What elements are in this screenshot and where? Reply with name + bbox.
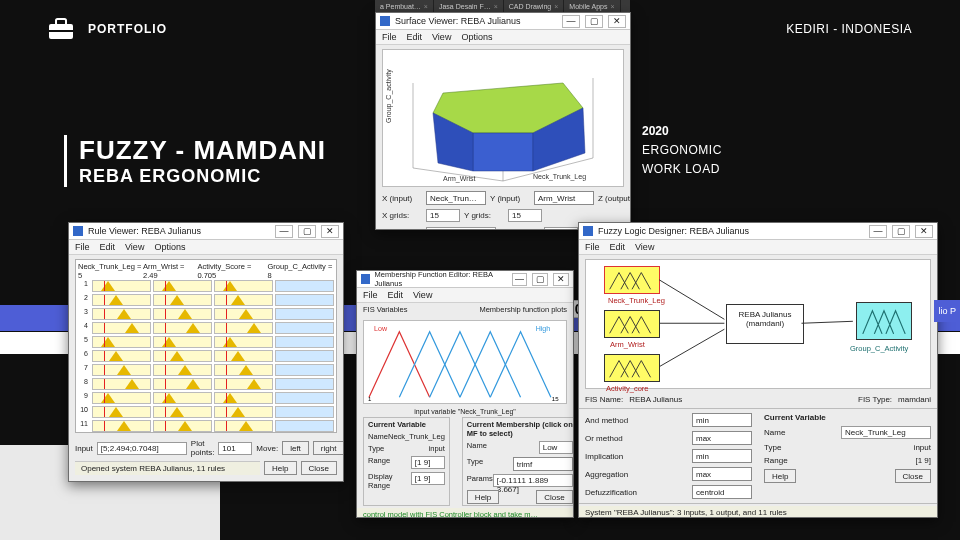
svg-line-11 xyxy=(659,329,724,367)
menu-view[interactable]: View xyxy=(432,32,451,42)
rule-cell xyxy=(153,392,212,404)
help-button[interactable]: Help xyxy=(467,490,499,504)
maximize-button[interactable]: ▢ xyxy=(298,225,316,238)
close-button2[interactable]: Close xyxy=(536,490,572,504)
bg-badge-right: lio P xyxy=(934,300,960,322)
maximize-button[interactable]: ▢ xyxy=(585,15,603,28)
close-button2[interactable]: Close xyxy=(895,469,931,483)
tab-close-icon[interactable]: × xyxy=(610,3,614,10)
ygrids-field[interactable]: 15 xyxy=(508,209,542,222)
help-button[interactable]: Help xyxy=(264,461,296,475)
rule-cell xyxy=(153,420,212,432)
minimize-button[interactable]: — xyxy=(869,225,887,238)
input-field[interactable]: [5;2.494;0.7048] xyxy=(97,442,187,455)
menu-edit[interactable]: Edit xyxy=(100,242,116,252)
def-select[interactable]: centroid xyxy=(692,485,752,499)
xgrids-field[interactable]: 15 xyxy=(426,209,460,222)
rule-grid[interactable]: Neck_Trunk_Leg = 5 Arm_Wrist = 2.49 Acti… xyxy=(75,259,337,433)
window-title: Fuzzy Logic Designer: REBA Julianus xyxy=(598,226,749,236)
rule-cell xyxy=(153,280,212,292)
agg-select[interactable]: max xyxy=(692,467,752,481)
tab-item[interactable]: CAD Drawing× xyxy=(504,0,565,12)
menu-edit[interactable]: Edit xyxy=(388,290,404,300)
close-button[interactable]: ✕ xyxy=(321,225,339,238)
fis-designer-window: Fuzzy Logic Designer: REBA Julianus — ▢ … xyxy=(578,222,938,518)
k: Type xyxy=(368,444,384,453)
minimize-button[interactable]: — xyxy=(562,15,580,28)
close-button[interactable]: ✕ xyxy=(915,225,933,238)
mfname-field[interactable]: Low xyxy=(539,441,573,454)
menu-options[interactable]: Options xyxy=(154,242,185,252)
menu-view[interactable]: View xyxy=(635,242,654,252)
minimize-button[interactable]: — xyxy=(512,273,528,286)
k: Name xyxy=(467,441,487,454)
or-select[interactable]: max xyxy=(692,431,752,445)
minimize-button[interactable]: — xyxy=(275,225,293,238)
mftype-select[interactable]: trimf xyxy=(513,457,573,471)
menu-options[interactable]: Options xyxy=(461,32,492,42)
rule-cell xyxy=(92,406,151,418)
surface-plot[interactable]: Group_C_activity Arm_Wrist Neck_Trunk_Le… xyxy=(382,49,624,187)
xinput-select[interactable]: Neck_Trun… xyxy=(426,191,486,205)
tab-item[interactable]: Mobile Apps× xyxy=(564,0,620,12)
rule-cell xyxy=(214,322,273,334)
tab-item[interactable]: a Pembuat…× xyxy=(375,0,434,12)
menu-file[interactable]: File xyxy=(585,242,600,252)
svg-text:1: 1 xyxy=(368,396,372,402)
plotpoints-field[interactable]: 101 xyxy=(544,227,578,231)
rule-cell xyxy=(92,378,151,390)
mfparams-field[interactable]: [-0.1111 1.889 3.667] xyxy=(493,474,573,487)
menu-view[interactable]: View xyxy=(413,290,432,300)
rule-viewer-window: Rule Viewer: REBA Julianus — ▢ ✕ File Ed… xyxy=(68,222,344,482)
and-select[interactable]: min xyxy=(692,413,752,427)
tab-item[interactable]: Jasa Desain F…× xyxy=(434,0,504,12)
col-label: Arm_Wrist = 2.49 xyxy=(143,262,197,280)
title-block: FUZZY - MAMDANI REBA ERGONOMIC xyxy=(64,135,326,187)
rule-cell xyxy=(275,406,334,418)
tab-close-icon[interactable]: × xyxy=(494,3,498,10)
close-button[interactable]: ✕ xyxy=(608,15,626,28)
current-mf-panel: Current Membership (click on MF to selec… xyxy=(462,417,574,506)
imp-select[interactable]: min xyxy=(692,449,752,463)
menu-file[interactable]: File xyxy=(363,290,378,300)
menu-file[interactable]: File xyxy=(382,32,397,42)
titlebar[interactable]: Rule Viewer: REBA Julianus — ▢ ✕ xyxy=(69,223,343,240)
rule-cell xyxy=(153,336,212,348)
menu-edit[interactable]: Edit xyxy=(407,32,423,42)
move-right-button[interactable]: right xyxy=(313,441,344,455)
maximize-button[interactable]: ▢ xyxy=(892,225,910,238)
or-label: Or method xyxy=(585,434,623,443)
fisname-value: REBA Julianus xyxy=(629,395,719,404)
tab-label: a Pembuat… xyxy=(380,3,421,10)
move-label: Move: xyxy=(256,444,278,453)
help-button[interactable]: Help xyxy=(764,469,796,483)
tab-close-icon[interactable]: × xyxy=(424,3,428,10)
disprange-field[interactable]: [1 9] xyxy=(411,472,445,485)
titlebar[interactable]: Fuzzy Logic Designer: REBA Julianus — ▢ … xyxy=(579,223,937,240)
row-number: 5 xyxy=(78,336,88,350)
menu-view[interactable]: View xyxy=(125,242,144,252)
mf-legend-low: Low xyxy=(374,325,388,332)
move-left-button[interactable]: left xyxy=(282,441,309,455)
yinput-select[interactable]: Arm_Wrist xyxy=(534,191,594,205)
menu-file[interactable]: File xyxy=(75,242,90,252)
plotpoints-field[interactable]: 101 xyxy=(218,442,252,455)
browser-tabstrip: a Pembuat…× Jasa Desain F…× CAD Drawing×… xyxy=(375,0,630,12)
close-button2[interactable]: Close xyxy=(301,461,337,475)
titlebar[interactable]: Membership Function Editor: REBA Julianu… xyxy=(357,271,573,288)
designer-canvas[interactable]: Neck_Trunk_Leg Arm_Wrist Activity_core R… xyxy=(585,259,931,389)
mf-plot[interactable]: Low High 115 xyxy=(363,320,567,404)
tab-close-icon[interactable]: × xyxy=(554,3,558,10)
menu-edit[interactable]: Edit xyxy=(610,242,626,252)
titlebar[interactable]: Surface Viewer: REBA Julianus — ▢ ✕ xyxy=(376,13,630,30)
curname-field[interactable]: Neck_Trunk_Leg xyxy=(841,426,931,439)
refinput-field[interactable]: [NaN NaN 0.5] xyxy=(426,227,496,231)
curtype-label: Type xyxy=(764,443,781,452)
maximize-button[interactable]: ▢ xyxy=(532,273,548,286)
imp-label: Implication xyxy=(585,452,623,461)
status-text: System "REBA Julianus": 3 inputs, 1 outp… xyxy=(585,508,787,517)
range-field[interactable]: [1 9] xyxy=(411,456,445,469)
close-button[interactable]: ✕ xyxy=(553,273,569,286)
plotpoints-label: Plot points: xyxy=(191,439,215,457)
row-number: 4 xyxy=(78,322,88,336)
